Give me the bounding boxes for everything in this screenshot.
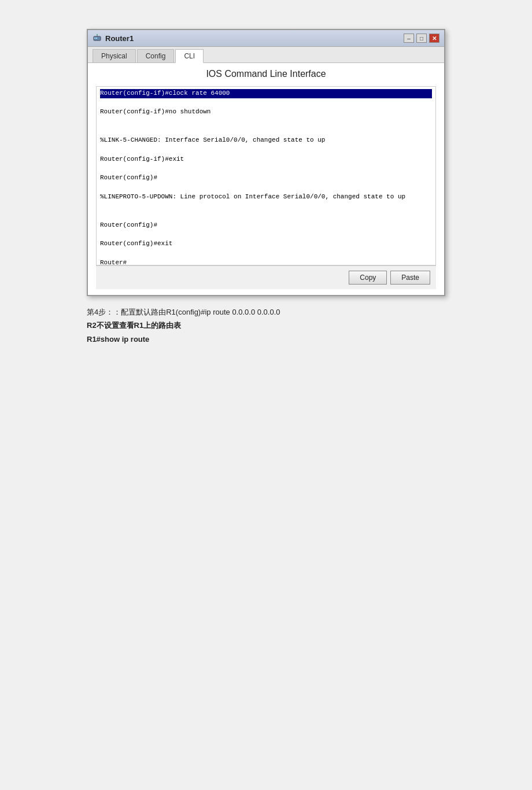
svg-rect-1: [94, 38, 95, 39]
tab-physical[interactable]: Physical: [93, 49, 136, 62]
maximize-button[interactable]: □: [416, 34, 427, 43]
window-controls: – □ ✕: [404, 34, 439, 43]
svg-point-4: [97, 34, 98, 35]
content-area: IOS Command Line Interface Router(config…: [88, 63, 444, 295]
close-button[interactable]: ✕: [429, 34, 439, 43]
terminal-output[interactable]: Router(config-if)#clock rate 64000 Route…: [96, 86, 436, 265]
step-line: 第4步：：配置默认路由R1(config)#ip route 0.0.0.0 0…: [87, 305, 445, 319]
tab-bar: Physical Config CLI: [88, 47, 444, 63]
r2-line: R2不设置查看R1上的路由表: [87, 319, 445, 332]
button-bar: Copy Paste: [96, 265, 436, 289]
title-bar-left: Router1: [93, 34, 134, 43]
tab-config[interactable]: Config: [137, 49, 175, 62]
router-icon: [93, 34, 102, 43]
router-window: Router1 – □ ✕ Physical Config CLI IOS Co…: [87, 29, 445, 296]
r1-command-line: R1#show ip route: [87, 333, 445, 346]
paste-button[interactable]: Paste: [390, 271, 430, 285]
svg-rect-2: [96, 38, 97, 39]
minimize-button[interactable]: –: [404, 34, 414, 43]
title-bar: Router1 – □ ✕: [88, 30, 444, 47]
cli-heading: IOS Command Line Interface: [96, 69, 436, 82]
tab-cli[interactable]: CLI: [175, 49, 204, 63]
copy-button[interactable]: Copy: [349, 271, 387, 285]
below-window-content: 第4步：：配置默认路由R1(config)#ip route 0.0.0.0 0…: [87, 305, 445, 346]
window-title: Router1: [105, 34, 134, 43]
